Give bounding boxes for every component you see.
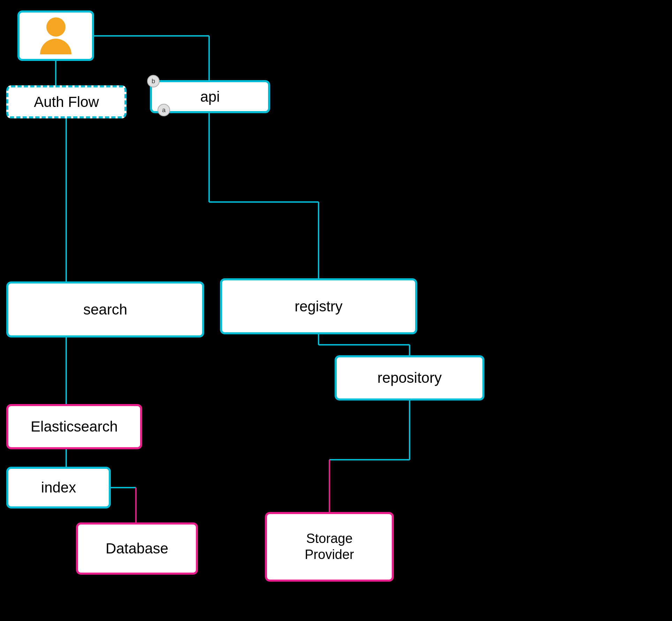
registry-label: registry [295,298,343,315]
elasticsearch-node[interactable]: Elasticsearch [6,404,142,449]
storage-label-line1: Storage [306,531,352,547]
user-box [17,10,94,61]
auth-flow-label: Auth Flow [34,94,99,110]
api-label: api [200,88,220,105]
user-body [40,39,71,54]
repository-label: repository [377,370,442,386]
database-node[interactable]: Database [76,522,198,575]
user-head [46,17,66,37]
registry-node[interactable]: registry [220,278,417,334]
storage-provider-node[interactable]: Storage Provider [265,512,394,582]
label-a: a [158,104,170,116]
repository-node[interactable]: repository [335,355,484,401]
label-b: b [147,75,160,87]
user-icon [20,13,92,59]
database-label: Database [106,540,168,557]
index-label: index [41,479,76,496]
search-label: search [83,301,127,318]
elasticsearch-label: Elasticsearch [31,418,118,435]
auth-flow-node[interactable]: Auth Flow [6,85,127,118]
index-node[interactable]: index [6,467,111,509]
search-node[interactable]: search [6,281,204,337]
storage-label-line2: Provider [305,547,354,563]
